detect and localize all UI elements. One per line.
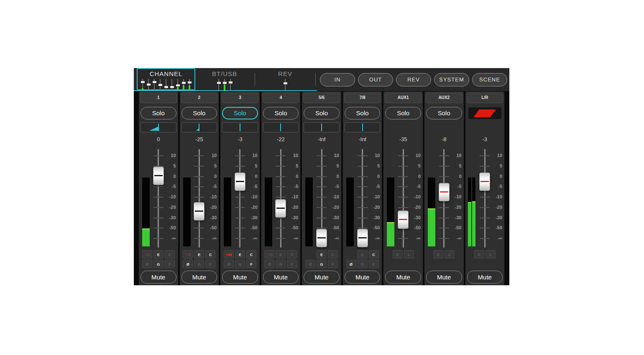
small-button-g[interactable]: G [358,260,368,268]
scale-tick [358,186,368,187]
small-button-g[interactable]: G [194,260,204,268]
small-button-c[interactable]: C [205,250,215,259]
small-button-e[interactable]: E [358,250,368,259]
small-button-c[interactable]: C [328,250,338,259]
small-button-e[interactable]: E [153,250,164,259]
channel-label: 7/8 [344,93,381,103]
top-button-in[interactable]: IN [320,73,355,86]
small-button-e[interactable]: E [474,250,484,259]
small-button-e[interactable]: E [433,250,443,259]
solo-button[interactable]: Solo [304,107,340,119]
tab-rev[interactable]: REV [256,68,314,90]
mute-button[interactable]: Mute [304,271,340,284]
small-button-c[interactable]: C [369,250,379,259]
mute-button[interactable]: Mute [345,271,381,284]
small-button-g[interactable]: G [235,260,245,268]
mute-button[interactable]: Mute [141,271,176,284]
small-button-e[interactable]: E [317,250,327,259]
solo-button[interactable]: Solo [263,107,299,119]
fader-track [403,149,404,248]
small-button-f[interactable]: F [165,260,175,268]
small-button-l[interactable]: L [486,250,496,259]
small-button-c[interactable]: C [287,250,297,259]
small-button-f[interactable]: F [246,260,256,268]
solo-button[interactable]: Solo [141,107,176,119]
fader-value: -8 [424,135,464,144]
solo-button[interactable]: Solo [345,107,381,119]
fader-knob[interactable] [235,172,245,191]
solo-button[interactable]: Solo [426,107,462,119]
small-button-g[interactable]: G [153,260,164,268]
small-button-blank[interactable]: Ø [142,260,152,268]
small-button-blank[interactable]: Ø [305,260,315,268]
small-button-48[interactable]: +48 [264,250,274,259]
level-meter-fill [142,228,150,246]
mute-button[interactable]: Mute [467,271,503,284]
scale-tick [398,176,408,177]
mini-fader-track [218,79,219,90]
small-button-48[interactable]: +48 [224,250,234,259]
tab-channel[interactable]: CHANNEL [137,68,195,90]
small-button-c[interactable]: C [165,250,175,259]
fader-knob[interactable] [357,229,368,247]
tab-bt-usb[interactable]: BT/USB [195,68,254,90]
pan-display[interactable] [304,122,340,132]
small-button-48[interactable]: +48 [183,250,193,259]
pan-display[interactable] [181,122,217,132]
top-button-system[interactable]: SYSTEM [434,73,469,86]
small-button-blank[interactable]: Ø [346,260,356,268]
mute-button[interactable]: Mute [426,271,462,284]
small-button-l[interactable]: L [445,250,455,259]
small-button-blank[interactable]: Ø [224,260,234,268]
scale-tick [317,155,327,156]
solo-button[interactable]: Solo [222,107,258,119]
scale-tick [480,218,490,218]
small-button-blank[interactable]: Ø [264,260,274,268]
scale-label: -∞ [204,236,217,241]
scale-label: 10 [327,153,339,158]
fader-knob[interactable] [194,202,204,221]
scale-tick [480,238,490,239]
channel-strip-aux2: AUX2Solo-81050-5-10-20-30-50-∞ELMute [424,91,464,285]
mute-button[interactable]: Mute [263,271,299,284]
small-button-g[interactable]: G [317,260,327,268]
small-button-e[interactable]: E [393,250,403,259]
pan-display[interactable] [263,122,299,132]
small-button-c[interactable]: C [246,250,256,259]
pan-display[interactable] [222,122,258,132]
top-button-rev[interactable]: REV [396,73,431,86]
mute-button[interactable]: Mute [385,271,421,284]
small-button-g[interactable]: G [276,260,286,268]
scale-label: -10 [327,194,339,199]
small-button-e[interactable]: E [194,250,204,259]
small-button-f[interactable]: F [328,260,338,268]
small-button-f[interactable]: F [287,260,297,268]
channel-processing-buttons: +48ECØGF [180,250,219,268]
fader-knob[interactable] [153,167,164,185]
top-button-scene[interactable]: SCENE [472,73,507,86]
fader-knob[interactable] [479,172,490,191]
scale-label: -10 [490,194,502,199]
small-button-e[interactable]: E [235,250,245,259]
mute-button[interactable]: Mute [181,271,217,284]
mute-button[interactable]: Mute [222,271,258,284]
level-meter-fill [472,201,475,246]
pan-display[interactable] [141,122,176,132]
small-button-l[interactable]: L [404,250,414,259]
small-button-blank[interactable]: Ø [183,260,193,268]
small-button-48[interactable]: +48 [142,250,152,259]
small-button-e[interactable]: E [276,250,286,259]
fader-knob[interactable] [439,183,450,201]
fader-knob[interactable] [316,229,327,247]
fader-knob[interactable] [398,210,409,229]
small-button-f[interactable]: F [369,260,379,268]
mini-fader [164,79,168,90]
small-button-f[interactable]: F [205,260,215,268]
fader-knob[interactable] [275,199,286,218]
solo-button[interactable]: Solo [385,107,421,119]
top-button-out[interactable]: OUT [358,73,393,86]
channel-processing-buttons: ECØGF [302,250,341,268]
pan-display[interactable] [345,122,381,132]
fader-knob-line [154,175,163,176]
solo-button[interactable]: Solo [181,107,217,119]
